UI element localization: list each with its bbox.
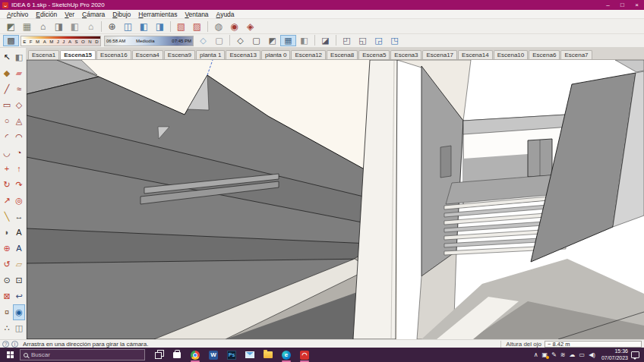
taskbar-app-word[interactable]: W: [204, 348, 223, 362]
tool-zoom-window[interactable]: ⊡: [13, 272, 25, 288]
component-edit-view-1-icon[interactable]: ◲: [371, 35, 387, 46]
tool-paint-bucket[interactable]: ◆: [1, 65, 13, 81]
tool-follow-me[interactable]: ↷: [13, 177, 25, 193]
taskbar-app-chrome[interactable]: [186, 348, 204, 362]
tool-zoom-extents[interactable]: ⊠: [1, 288, 13, 304]
viewport-3d[interactable]: [27, 60, 644, 339]
tool-look-around[interactable]: ◉: [13, 304, 25, 320]
tool-offset[interactable]: ◎: [13, 193, 25, 209]
taskbar-app-file-explorer[interactable]: [259, 348, 277, 362]
tray-hidden-icons-icon[interactable]: ∧: [534, 352, 538, 358]
scene-tab-escena8[interactable]: Escena8: [327, 50, 358, 59]
taskbar-app-edge[interactable]: e: [277, 348, 295, 362]
style-back-edges-icon[interactable]: ▢: [211, 35, 227, 46]
tool-zoom-previous[interactable]: ↩: [13, 288, 25, 304]
scene-tab-escena3[interactable]: Escena3: [390, 50, 421, 59]
menu-ventana[interactable]: Ventana: [181, 11, 212, 18]
tray-onenote-icon[interactable]: ✎: [551, 352, 557, 358]
tool-axes[interactable]: ⊕: [1, 241, 13, 257]
style-hidden-line-icon[interactable]: ▢: [248, 35, 264, 46]
tray-onedrive-icon[interactable]: ☁: [570, 352, 576, 358]
start-button[interactable]: [0, 348, 20, 362]
face-style-default-icon[interactable]: ◪: [317, 35, 333, 46]
tool-arc[interactable]: ◜: [1, 129, 13, 145]
scene-tab-escena6[interactable]: Escena6: [529, 50, 560, 59]
tool-push-pull[interactable]: ↑: [13, 161, 25, 177]
scene-tab-planta-0[interactable]: planta 0: [261, 50, 290, 59]
scene-tab-escena4[interactable]: Escena4: [132, 50, 163, 59]
scene-tab-escena5[interactable]: Escena5: [358, 50, 390, 59]
menu-archivo[interactable]: Archivo: [3, 11, 32, 18]
view-right-icon[interactable]: ◨: [51, 20, 67, 33]
scene-tab-escena10[interactable]: Escena10: [494, 50, 529, 59]
hide-similar-components-icon[interactable]: ◱: [355, 35, 371, 46]
tool-polygon[interactable]: ◬: [13, 113, 25, 129]
display-section-cuts-icon[interactable]: ◨: [152, 20, 168, 33]
minimize-button[interactable]: –: [601, 2, 615, 8]
maximize-button[interactable]: □: [615, 2, 630, 8]
menu-dibujo[interactable]: Dibujo: [109, 11, 134, 18]
photo-textures-icon[interactable]: ◍: [210, 20, 226, 33]
tool-protractor[interactable]: ◗: [1, 225, 13, 241]
tool-make-component[interactable]: ◧: [13, 49, 25, 65]
match-photo-icon[interactable]: ◉: [226, 20, 242, 33]
scene-tab-escena13[interactable]: Escena13: [226, 50, 260, 59]
shadow-date-slider[interactable]: EFMAMJJASOND: [21, 36, 101, 46]
tool-rectangle[interactable]: ▭: [1, 97, 13, 113]
geolocation-icon[interactable]: i: [11, 341, 18, 348]
add-location-icon[interactable]: ▧: [173, 20, 189, 33]
tool-pie[interactable]: ◔: [13, 145, 25, 161]
style-wireframe-icon[interactable]: ◇: [232, 35, 248, 46]
tray-volume-icon[interactable]: ◀): [589, 352, 595, 358]
menu-ver[interactable]: Ver: [61, 11, 78, 18]
scene-tab-escena17[interactable]: Escena17: [422, 50, 457, 59]
tool-orbit[interactable]: ↺: [1, 257, 13, 272]
navigation-compass-icon[interactable]: ⊕: [104, 20, 120, 33]
action-center-icon[interactable]: [631, 351, 639, 358]
tool-dimension[interactable]: ↔: [13, 209, 25, 225]
style-xray-icon[interactable]: ◇: [195, 35, 211, 46]
taskbar-search[interactable]: [20, 349, 145, 360]
taskbar-clock[interactable]: 15:36 07/07/2023: [601, 348, 628, 361]
component-edit-view-2-icon[interactable]: ◳: [387, 35, 402, 46]
scene-tab-escena12[interactable]: Escena12: [291, 50, 326, 59]
red-axes-tool-icon[interactable]: ◈: [242, 20, 258, 33]
scene-tab-escena1[interactable]: Escena1: [28, 50, 59, 59]
tray-battery-icon[interactable]: ▭: [579, 352, 586, 358]
taskbar-app-photoshop[interactable]: Ps: [223, 348, 241, 362]
measurements-box[interactable]: ~ 8.42 m: [545, 341, 642, 348]
close-button[interactable]: ×: [630, 2, 644, 8]
tool-select[interactable]: ↖: [1, 49, 13, 65]
taskbar-app-mail[interactable]: [241, 348, 259, 362]
tool-freehand[interactable]: ≈: [13, 81, 25, 97]
taskbar-app-store[interactable]: [168, 348, 186, 362]
tool-zoom[interactable]: ⊙: [1, 272, 13, 288]
scene-tab-planta-1[interactable]: planta 1: [196, 50, 225, 59]
toggle-shadows-icon[interactable]: ▩: [3, 35, 19, 46]
menu-edición[interactable]: Edición: [32, 11, 61, 18]
toggle-terrain-icon[interactable]: ▨: [189, 20, 205, 33]
tool-circle[interactable]: ○: [1, 113, 13, 129]
tool-three-point-arc[interactable]: ◡: [1, 145, 13, 161]
search-input[interactable]: [31, 351, 141, 358]
menu-ayuda[interactable]: Ayuda: [213, 11, 238, 18]
tool-rotate[interactable]: ↻: [1, 177, 13, 193]
tool-3d-text[interactable]: A: [13, 241, 25, 257]
scene-tab-escena15[interactable]: Escena15: [60, 50, 96, 59]
tool-walk[interactable]: ∴: [1, 320, 13, 336]
view-back-icon[interactable]: ◧: [67, 20, 83, 33]
taskbar-app-sketchup[interactable]: ◠: [295, 348, 314, 362]
view-iso-icon[interactable]: ◩: [3, 20, 19, 33]
menu-cámara[interactable]: Cámara: [78, 11, 109, 18]
scene-tab-escena9[interactable]: Escena9: [164, 50, 195, 59]
tool-line[interactable]: ╱: [1, 81, 13, 97]
help-icon[interactable]: ?: [2, 341, 9, 348]
style-shaded-icon[interactable]: ◩: [264, 35, 280, 46]
scene-tab-escena16[interactable]: Escena16: [96, 50, 131, 59]
tool-tape-measure[interactable]: ╲: [1, 209, 13, 225]
display-section-planes-icon[interactable]: ◧: [136, 20, 152, 33]
tool-eraser[interactable]: ▰: [13, 65, 25, 81]
tool-section-plane[interactable]: ◫: [13, 320, 25, 336]
view-top-icon[interactable]: ▦: [19, 20, 35, 33]
tray-teams-icon[interactable]: ▣: [542, 352, 548, 358]
